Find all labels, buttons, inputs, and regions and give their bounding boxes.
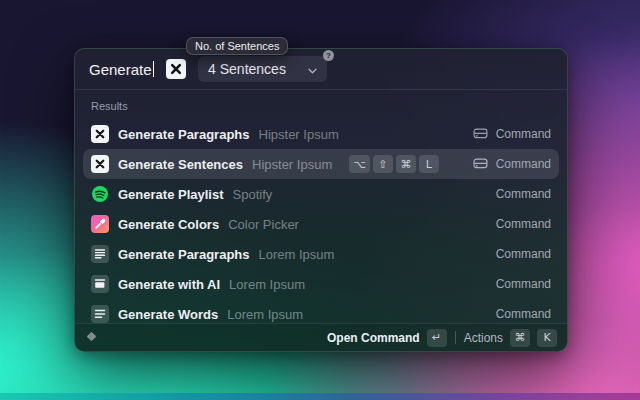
results-list: Results Generate Paragraphs Hipster Ipsu… xyxy=(75,90,567,323)
sentences-dropdown[interactable]: 4 Sentences ? xyxy=(198,56,327,82)
desktop-background: No. of Sentences Generate 4 Sentences ? xyxy=(0,0,640,400)
actions-button[interactable]: Actions ⌘ K xyxy=(464,329,557,347)
screen-bottom-edge xyxy=(0,393,640,400)
search-bar: Generate 4 Sentences ? xyxy=(75,49,567,89)
drive-icon xyxy=(473,155,488,173)
item-type: Command xyxy=(496,157,551,171)
word-lines-icon xyxy=(91,305,109,323)
sentences-dropdown-value: 4 Sentences xyxy=(208,61,286,77)
item-subtitle: Lorem Ipsum xyxy=(259,247,335,262)
item-subtitle: Color Picker xyxy=(228,217,299,232)
divider xyxy=(455,331,456,344)
open-command-button[interactable]: Open Command ↵ xyxy=(327,329,447,347)
list-item-generate-paragraphs-hipster[interactable]: Generate Paragraphs Hipster Ipsum Comman… xyxy=(83,119,559,149)
hipster-ipsum-x-icon xyxy=(91,155,109,173)
list-item-generate-sentences-hipster[interactable]: Generate Sentences Hipster Ipsum ⌥ ⇧ ⌘ L… xyxy=(83,149,559,179)
drive-icon xyxy=(473,125,488,143)
list-item-generate-paragraphs-lorem[interactable]: Generate Paragraphs Lorem Ipsum Command xyxy=(83,239,559,269)
item-type: Command xyxy=(496,247,551,261)
item-title: Generate Paragraphs xyxy=(118,247,250,262)
item-title: Generate Sentences xyxy=(118,157,243,172)
text-caret xyxy=(153,61,155,77)
command-keycap: ⌘ xyxy=(396,155,416,173)
item-subtitle: Spotify xyxy=(233,187,273,202)
paragraph-lines-icon xyxy=(91,245,109,263)
color-picker-icon xyxy=(91,215,109,233)
command-palette-window: Generate 4 Sentences ? Results xyxy=(74,48,568,352)
raycast-logo-icon xyxy=(85,329,98,347)
item-subtitle: Lorem Ipsum xyxy=(227,307,303,322)
search-input-value: Generate xyxy=(89,61,152,78)
list-item-generate-with-ai[interactable]: Generate with AI Lorem Ipsum Command xyxy=(83,269,559,299)
keyboard-shortcut: ⌥ ⇧ ⌘ L xyxy=(349,155,439,173)
item-subtitle: Hipster Ipsum xyxy=(259,127,339,142)
item-title: Generate Paragraphs xyxy=(118,127,250,142)
item-title: Generate Playlist xyxy=(118,187,224,202)
item-type: Command xyxy=(496,127,551,141)
return-keycap: ↵ xyxy=(427,329,447,347)
list-item-generate-colors[interactable]: Generate Colors Color Picker Command xyxy=(83,209,559,239)
item-type: Command xyxy=(496,217,551,231)
spotify-icon xyxy=(91,185,109,203)
l-keycap: L xyxy=(419,155,439,173)
item-subtitle: Lorem Ipsum xyxy=(229,277,305,292)
item-title: Generate Colors xyxy=(118,217,219,232)
item-title: Generate with AI xyxy=(118,277,220,292)
item-title: Generate Words xyxy=(118,307,218,322)
list-item-generate-words[interactable]: Generate Words Lorem Ipsum Command xyxy=(83,299,559,323)
hipster-ipsum-x-icon xyxy=(91,125,109,143)
item-subtitle: Hipster Ipsum xyxy=(252,157,332,172)
item-type: Command xyxy=(496,277,551,291)
text-block-icon xyxy=(91,275,109,293)
open-command-label: Open Command xyxy=(327,331,420,345)
k-keycap: K xyxy=(537,329,557,347)
item-type: Command xyxy=(496,187,551,201)
chevron-down-icon xyxy=(308,60,317,78)
tooltip-no-of-sentences: No. of Sentences xyxy=(186,37,288,55)
actions-label: Actions xyxy=(464,331,503,345)
status-bar: Open Command ↵ Actions ⌘ K xyxy=(75,323,567,351)
shift-keycap: ⇧ xyxy=(373,155,393,173)
command-keycap: ⌘ xyxy=(510,329,530,347)
item-type: Command xyxy=(496,307,551,321)
results-header: Results xyxy=(75,95,567,119)
option-keycap: ⌥ xyxy=(349,155,370,173)
hipster-ipsum-x-icon xyxy=(166,59,186,79)
list-item-generate-playlist-spotify[interactable]: Generate Playlist Spotify Command xyxy=(83,179,559,209)
search-input[interactable]: Generate xyxy=(89,61,154,78)
help-badge-icon[interactable]: ? xyxy=(323,50,334,61)
